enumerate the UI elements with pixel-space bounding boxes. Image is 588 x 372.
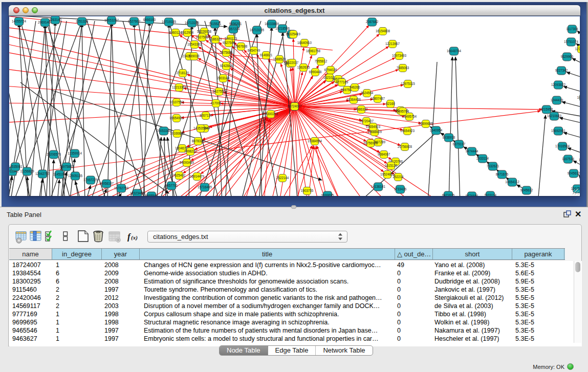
svg-text:9699695: 9699695 [321,193,334,196]
svg-text:9465546: 9465546 [145,194,158,196]
svg-text:6379197: 6379197 [453,142,466,146]
svg-text:17957225: 17957225 [83,178,98,182]
svg-text:3215958: 3215958 [540,107,553,111]
svg-text:1002543: 1002543 [577,96,580,99]
svg-text:16543382: 16543382 [187,42,202,46]
svg-text:11325419: 11325419 [286,32,300,36]
svg-text:9245612: 9245612 [568,171,580,175]
svg-text:8471676: 8471676 [496,172,509,176]
svg-text:1615132: 1615132 [385,164,398,167]
svg-text:16640910: 16640910 [297,41,312,45]
svg-text:2263140: 2263140 [49,18,62,21]
svg-text:13975887: 13975887 [59,165,74,168]
svg-text:3267130: 3267130 [200,114,212,117]
svg-text:5495764: 5495764 [397,110,409,113]
svg-text:19654931: 19654931 [169,116,184,120]
svg-text:1498222: 1498222 [184,149,197,153]
svg-text:15751074: 15751074 [564,40,579,43]
svg-text:12093822: 12093822 [551,83,566,86]
svg-text:9227342: 9227342 [555,69,568,72]
svg-text:17016504: 17016504 [555,144,570,148]
svg-text:1733426: 1733426 [394,187,407,191]
svg-text:2522144: 2522144 [276,176,289,180]
svg-text:10899695: 10899695 [419,122,433,125]
svg-text:3624554: 3624554 [361,91,374,95]
svg-text:19654923: 19654923 [400,129,415,133]
svg-text:9242848: 9242848 [220,64,233,68]
svg-text:1167534: 1167534 [562,157,575,161]
svg-text:8454749: 8454749 [248,49,260,52]
svg-text:2933114: 2933114 [484,193,497,196]
svg-text:12213369: 12213369 [172,85,187,89]
svg-text:8960124: 8960124 [169,31,182,34]
svg-text:2967608: 2967608 [235,45,248,48]
svg-text:2803144: 2803144 [217,76,230,80]
svg-text:(x): (x) [131,234,138,241]
svg-text:7485063: 7485063 [397,66,409,70]
svg-text:16154808: 16154808 [376,29,390,33]
svg-text:1277312: 1277312 [575,47,580,51]
svg-text:20053346: 20053346 [157,129,171,133]
svg-text:12213967: 12213967 [385,42,400,46]
svg-text:7357224: 7357224 [227,27,240,31]
svg-text:10958107: 10958107 [99,182,114,185]
svg-text:1362615: 1362615 [297,65,310,69]
svg-text:2933114: 2933114 [476,157,489,160]
svg-text:12975115: 12975115 [401,82,415,85]
svg-text:8912954: 8912954 [181,31,194,34]
svg-text:2718120: 2718120 [177,71,189,75]
svg-text:15720407: 15720407 [359,119,374,123]
svg-text:20756928: 20756928 [363,141,378,145]
svg-text:746266: 746266 [349,85,360,89]
svg-text:16033809: 16033809 [265,22,279,26]
svg-text:10654112: 10654112 [505,180,519,184]
svg-text:7515521: 7515521 [209,22,222,26]
svg-text:10719185: 10719185 [162,20,177,24]
svg-text:20206576: 20206576 [47,152,61,156]
svg-text:6466160: 6466160 [143,18,156,21]
svg-text:8471676: 8471676 [442,193,455,196]
svg-text:11156829: 11156829 [20,169,34,173]
svg-text:1117304: 1117304 [566,27,578,31]
svg-text:1051326: 1051326 [76,19,89,23]
svg-text:9327508: 9327508 [223,41,235,45]
svg-text:989033: 989033 [188,54,200,58]
svg-text:19166825: 19166825 [170,132,185,135]
svg-text:5875685: 5875685 [220,51,233,54]
svg-text:10973493: 10973493 [392,54,407,57]
svg-text:10107553: 10107553 [169,100,184,104]
svg-text:12942757: 12942757 [35,172,50,176]
svg-text:7632621: 7632621 [487,164,499,168]
svg-text:9245612: 9245612 [520,188,533,192]
svg-text:15716485: 15716485 [198,185,212,189]
svg-text:14535061: 14535061 [9,165,23,168]
svg-text:8186323: 8186323 [209,37,222,41]
svg-text:8878322: 8878322 [192,139,205,143]
svg-text:14055724: 14055724 [12,19,27,23]
svg-text:6990448: 6990448 [309,70,322,74]
svg-text:9327503: 9327503 [196,35,209,39]
svg-text:7955812: 7955812 [315,59,328,63]
svg-text:16782759: 16782759 [114,186,129,190]
svg-text:2087682: 2087682 [366,20,379,24]
svg-text:8427552: 8427552 [213,90,226,93]
svg-text:9474444: 9474444 [466,194,478,196]
svg-text:1244419: 1244419 [551,98,563,102]
svg-text:19218506: 19218506 [275,27,290,30]
svg-text:9777169: 9777169 [336,80,349,84]
svg-text:1588520: 1588520 [273,57,286,61]
svg-text:1965493: 1965493 [579,158,580,162]
svg-text:9084067: 9084067 [378,152,390,156]
svg-text:16713155: 16713155 [185,21,200,25]
svg-text:1903755: 1903755 [301,189,314,192]
svg-text:10807487: 10807487 [371,97,385,100]
svg-text:7986322: 7986322 [355,107,368,111]
svg-text:19384554: 19384554 [308,139,322,143]
svg-text:12505135: 12505135 [68,174,83,178]
svg-text:19654923: 19654923 [366,125,381,128]
svg-text:16210643: 16210643 [547,114,562,118]
svg-text:9474444: 9474444 [466,149,478,153]
svg-text:16914479: 16914479 [190,174,205,178]
svg-text:8322037: 8322037 [286,61,299,64]
svg-text:15692901: 15692901 [551,129,566,133]
